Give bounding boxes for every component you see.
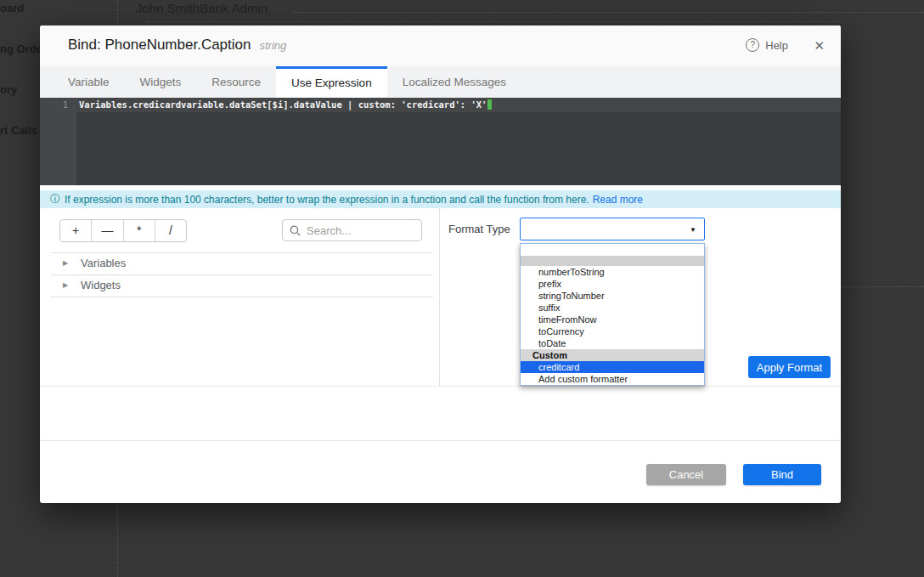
operator-plus-button[interactable]: +: [60, 220, 92, 241]
tree-item-label: Variables: [81, 257, 126, 269]
format-type-label: Format Type: [448, 223, 510, 235]
editor-code-line[interactable]: Variables.credicardvariable.dataSet[$i].…: [79, 98, 492, 112]
search-input[interactable]: [283, 220, 421, 240]
info-icon: ⓘ: [50, 192, 60, 206]
expression-info-bar: ⓘ If expression is more than 100 charact…: [40, 190, 841, 208]
dropdown-option-blank-highlighted[interactable]: [521, 256, 704, 266]
apply-format-button[interactable]: Apply Format: [748, 356, 831, 378]
dropdown-option-prefix[interactable]: prefix: [521, 278, 704, 290]
background-dotted-line-top: [293, 12, 924, 13]
dropdown-option-creditcard[interactable]: creditcard: [521, 361, 704, 373]
dialog-tabbar: Variable Widgets Resource Use Expression…: [40, 66, 841, 98]
dropdown-group-custom: Custom: [521, 349, 704, 361]
tab-variable[interactable]: Variable: [53, 66, 125, 98]
tab-use-expression[interactable]: Use Expression: [276, 66, 387, 98]
dropdown-option-blank[interactable]: [521, 244, 704, 256]
info-text: If expression is more than 100 character…: [65, 194, 589, 206]
dropdown-option-stringToNumber[interactable]: stringToNumber: [521, 290, 704, 302]
sidebar-item-calls: rt Calls: [0, 124, 37, 137]
editor-cursor: [487, 99, 492, 110]
dialog-type-hint: string: [259, 39, 286, 52]
bind-button[interactable]: Bind: [743, 464, 821, 485]
read-more-link[interactable]: Read more: [593, 194, 643, 206]
help-label: Help: [765, 39, 788, 52]
dropdown-option-toDate[interactable]: toDate: [521, 337, 704, 349]
help-icon: ?: [746, 38, 759, 52]
chevron-right-icon[interactable]: ▶: [63, 281, 68, 289]
operator-minus-button[interactable]: —: [92, 220, 123, 241]
background-user-label: John SmithBank Admin: [136, 1, 268, 15]
tree-item-label: Widgets: [81, 279, 121, 291]
bind-dialog: Bind: PhoneNumber.Captionstring ? Help ✕…: [40, 25, 841, 503]
dropdown-option-numberToString[interactable]: numberToString: [521, 266, 704, 278]
tree-item-variables[interactable]: ▶ Variables: [51, 252, 433, 274]
tree-item-widgets[interactable]: ▶ Widgets: [51, 274, 433, 297]
sidebar-item-dashboard: oard: [0, 2, 24, 14]
sidebar-item-history: ory: [0, 83, 17, 96]
dialog-header: Bind: PhoneNumber.Captionstring ? Help ✕: [40, 25, 841, 66]
dialog-title-text: Bind: PhoneNumber.Caption: [68, 37, 251, 53]
dropdown-option-toCurrency[interactable]: toCurrency: [521, 325, 704, 337]
section-divider: [40, 386, 841, 387]
operator-multiply-button[interactable]: *: [124, 220, 155, 241]
format-type-select[interactable]: ▼: [520, 218, 705, 240]
chevron-right-icon[interactable]: ▶: [63, 259, 68, 267]
tree-divider: [51, 297, 433, 297]
pane-divider: [439, 208, 440, 386]
operator-toolbar: + — * /: [59, 219, 187, 242]
help-button[interactable]: ? Help: [746, 38, 788, 52]
format-type-dropdown: numberToString prefix stringToNumber suf…: [520, 243, 705, 386]
dropdown-option-suffix[interactable]: suffix: [521, 302, 704, 314]
search-box: [282, 219, 422, 241]
dropdown-option-add-custom-formatter[interactable]: Add custom formatter: [521, 373, 704, 385]
editor-line-number: 1: [40, 98, 68, 112]
footer-divider: [40, 440, 841, 441]
cancel-button[interactable]: Cancel: [646, 464, 726, 485]
expression-editor[interactable]: 1 Variables.credicardvariable.dataSet[$i…: [40, 98, 841, 185]
screen: oard ng Order ory rt Calls John SmithBan…: [0, 0, 924, 577]
background-dotted-line-canvas: [146, 21, 841, 22]
close-icon[interactable]: ✕: [812, 37, 826, 55]
chevron-down-icon: ▼: [690, 226, 696, 234]
editor-code-text: Variables.credicardvariable.dataSet[$i].…: [79, 99, 487, 110]
tab-localized-messages[interactable]: Localized Messages: [387, 66, 521, 98]
background-dotted-line-right: [841, 286, 924, 287]
dropdown-option-timeFromNow[interactable]: timeFromNow: [521, 314, 704, 325]
operator-divide-button[interactable]: /: [155, 220, 186, 241]
dialog-title: Bind: PhoneNumber.Captionstring: [68, 37, 286, 54]
tab-widgets[interactable]: Widgets: [125, 66, 197, 98]
tab-resource[interactable]: Resource: [196, 66, 276, 98]
